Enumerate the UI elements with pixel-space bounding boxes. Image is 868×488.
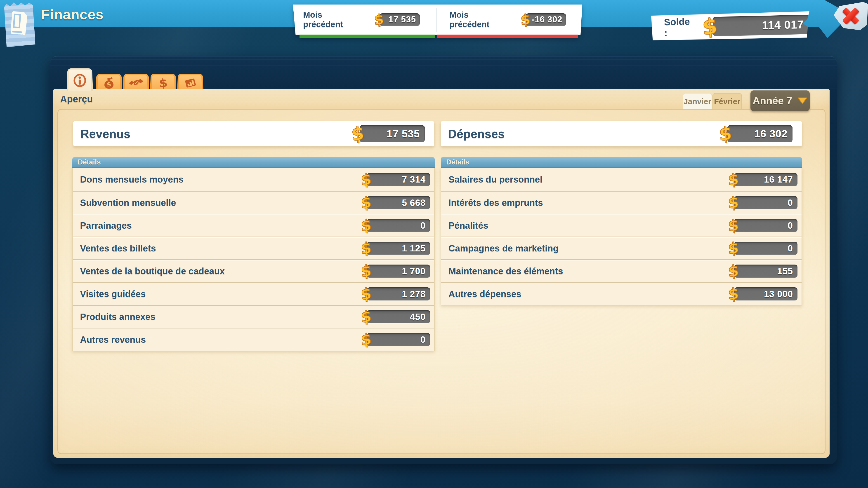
previous-income-label: Mois précédent	[303, 10, 343, 29]
balance-value: 114 017	[762, 18, 804, 32]
row-label: Pénalités	[448, 221, 488, 231]
currency-icon: $	[374, 12, 384, 27]
row-value: 13 000	[764, 289, 793, 299]
currency-icon: $	[351, 124, 365, 144]
currency-icon: $	[702, 15, 718, 39]
amount-display: $0	[361, 332, 430, 347]
row-value: 450	[410, 312, 426, 322]
expenses-details-header: Détails	[441, 157, 802, 168]
row-value: 0	[788, 198, 793, 208]
amount-display: $1 125	[361, 240, 430, 256]
row-label: Maintenance des éléments	[448, 266, 563, 276]
table-row: Campagnes de marketing $0	[441, 236, 802, 259]
table-row: Produits annexes $450	[73, 305, 434, 328]
handshake-icon	[128, 77, 144, 88]
table-row: Dons mensuels moyens $7 314	[73, 168, 434, 191]
revenues-title: Revenus	[81, 127, 130, 141]
currency-icon: $	[727, 263, 739, 280]
month-tab-fevrier[interactable]: Février	[712, 93, 742, 109]
row-value: 155	[777, 266, 793, 276]
expenses-title: Dépenses	[448, 127, 504, 141]
row-value: 16 147	[764, 174, 793, 185]
previous-expense-value: -16 302	[532, 15, 562, 24]
previous-income-amount: $ 17 535	[374, 13, 420, 27]
currency-icon: $	[520, 12, 530, 27]
book-glyph	[7, 9, 32, 41]
page-title: Finances	[41, 6, 104, 22]
table-row: Pénalités $0	[441, 214, 802, 236]
previous-income-cell: Mois précédent $ 17 535	[290, 4, 436, 35]
row-value: 0	[788, 221, 793, 231]
expenses-total-value: 16 302	[754, 128, 787, 140]
overview-panel: Aperçu Janvier Février Année 7 Revenus $…	[53, 89, 830, 458]
row-label: Ventes de la boutique de cadeaux	[80, 266, 225, 276]
tab-statistics[interactable]	[177, 74, 204, 91]
row-label: Intérêts des emprunts	[448, 198, 543, 208]
row-value: 5 668	[402, 198, 426, 208]
dollar-icon: $	[156, 76, 170, 90]
amount-display: $1 278	[361, 286, 430, 302]
revenues-total-value: 17 535	[386, 128, 420, 140]
currency-icon: $	[727, 217, 739, 234]
row-label: Dons mensuels moyens	[80, 174, 184, 185]
currency-icon: $	[360, 194, 372, 211]
month-tab-label: Février	[714, 97, 741, 106]
row-label: Autres revenus	[80, 335, 146, 345]
year-dropdown-label: Année 7	[752, 95, 792, 107]
previous-expense-label: Mois précédent	[450, 10, 490, 29]
moneybag-icon: $	[102, 76, 116, 90]
row-value: 7 314	[402, 174, 426, 185]
currency-icon: $	[360, 286, 372, 302]
table-row: Autres revenus $0	[73, 328, 434, 351]
tab-overview[interactable]	[67, 68, 93, 91]
amount-display: $0	[728, 218, 798, 233]
table-row: Maintenance des éléments $155	[441, 259, 802, 282]
currency-icon: $	[360, 331, 372, 348]
table-row: Parrainages $0	[73, 214, 434, 236]
row-label: Visites guidées	[80, 289, 146, 299]
revenues-list: Dons mensuels moyens $7 314 Subvention m…	[72, 168, 435, 351]
year-dropdown-button[interactable]: Année 7	[750, 90, 810, 111]
table-row: Subvention mensuelle $5 668	[73, 191, 434, 214]
row-value: 0	[788, 243, 793, 254]
row-label: Ventes des billets	[80, 243, 156, 254]
currency-icon: $	[360, 263, 372, 280]
row-label: Autres dépenses	[448, 289, 521, 299]
tab-finances[interactable]: $	[150, 74, 176, 91]
month-tab-label: Janvier	[684, 97, 711, 106]
table-row: Autres dépenses $13 000	[441, 282, 802, 305]
amount-display: $0	[728, 195, 798, 210]
currency-icon: $	[727, 194, 739, 211]
amount-display: $16 147	[728, 172, 798, 187]
table-row: Ventes des billets $1 125	[73, 236, 434, 259]
svg-text:$: $	[158, 76, 168, 90]
row-value: 0	[421, 335, 426, 345]
balance-amount: $ 114 017	[702, 13, 810, 38]
currency-icon: $	[727, 171, 739, 188]
currency-icon: $	[727, 240, 739, 257]
row-label: Campagnes de marketing	[448, 243, 559, 254]
month-tab-janvier[interactable]: Janvier	[683, 93, 712, 109]
row-value: 0	[421, 221, 426, 231]
currency-icon: $	[360, 240, 372, 257]
amount-display: $1 700	[361, 263, 430, 279]
table-row: Ventes de la boutique de cadeaux $1 700	[73, 259, 434, 282]
row-label: Produits annexes	[80, 312, 155, 322]
income-trend-bar	[300, 35, 435, 38]
row-value: 1 125	[402, 243, 426, 254]
barchart-icon	[183, 76, 197, 90]
tab-deals[interactable]	[123, 74, 149, 91]
expenses-list: Salaires du personnel $16 147 Intérêts d…	[441, 168, 802, 305]
info-icon	[72, 73, 87, 87]
chevron-down-icon	[797, 97, 808, 105]
table-row: Visites guidées $1 278	[73, 282, 434, 305]
previous-expense-amount: $ -16 302	[521, 13, 566, 27]
expenses-total: $ 16 302	[719, 125, 793, 143]
amount-display: $7 314	[361, 172, 430, 187]
currency-icon: $	[719, 124, 733, 144]
balance-banner: Solde : $ 114 017	[651, 11, 810, 41]
currency-icon: $	[360, 217, 372, 234]
row-value: 1 700	[402, 266, 426, 276]
revenues-card: Revenus $ 17 535	[73, 121, 434, 147]
tab-income[interactable]: $	[96, 74, 122, 91]
